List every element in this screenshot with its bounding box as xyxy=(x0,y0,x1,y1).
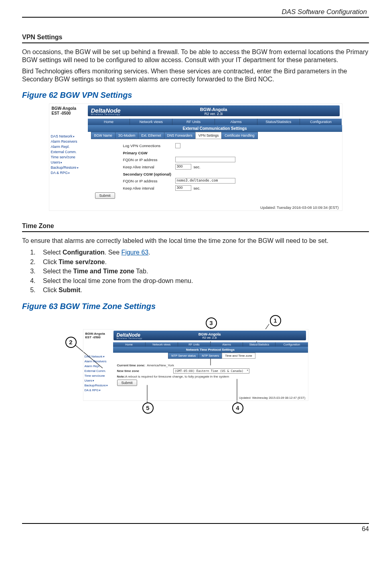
panel-title-ntp: Network Time Protocol Settings xyxy=(113,347,308,353)
step-5: Click Submit. xyxy=(37,286,369,295)
note-text: A reboot is required for timezone change… xyxy=(125,375,229,378)
nav-network-views[interactable]: Network views xyxy=(130,119,172,125)
select-new-timezone[interactable]: (GMT-05:00) Eastern Time (US & Canada) xyxy=(173,368,250,374)
heading-secondary-cgw: Secondary CGW (optional) xyxy=(123,172,342,176)
callout-2: 2 xyxy=(65,337,77,348)
sidebar-item-external-comm[interactable]: External Comm. xyxy=(51,150,89,154)
nav-configuration[interactable]: Configuration xyxy=(300,119,342,125)
sidebar-item-alarm-repl[interactable]: Alarm Repl. xyxy=(85,364,114,368)
section-heading-vpn: VPN Settings xyxy=(22,34,369,41)
unit-sec: sec. xyxy=(194,165,201,169)
step-4: Select the local time zone from the drop… xyxy=(37,277,369,285)
banner-version: R2 ver. 2.3i xyxy=(199,336,221,339)
steps-list: Select Configuration. See Figure 63. Cli… xyxy=(22,248,369,295)
step-3: Select the Time and Time zone Tab. xyxy=(37,267,369,276)
label-fqdn-primary: FQDN or IP address xyxy=(123,158,175,162)
tab-ntp-server-status[interactable]: NTP Server status xyxy=(168,353,199,359)
submit-button[interactable]: Submit xyxy=(117,380,137,386)
nav-home[interactable]: Home xyxy=(113,342,146,347)
tab-ntp-servers[interactable]: NTP Servers xyxy=(199,353,222,359)
label-note: Note: xyxy=(117,375,125,378)
banner-title: BGW-Angola xyxy=(199,332,221,336)
bgw-name-label: BGW-Angola xyxy=(85,332,105,335)
checkbox-log-vpn[interactable] xyxy=(175,143,180,148)
nav-status-statistics[interactable]: Status/Statistics xyxy=(257,119,300,125)
page-number: 64 xyxy=(362,525,369,533)
step-1: Select Configuration. See Figure 63. xyxy=(37,248,369,257)
figure-title-62: Figure 62 BGW VPN Settings xyxy=(22,91,369,100)
input-fqdn-primary[interactable] xyxy=(175,157,235,162)
section-underline xyxy=(22,42,369,43)
tab-vpn-settings[interactable]: VPN Settings xyxy=(195,132,222,139)
sidebar-item-das-network[interactable]: DAS Network xyxy=(85,355,114,358)
label-keepalive-secondary: Keep Alive interval xyxy=(123,186,175,190)
nav-configuration[interactable]: Configuration xyxy=(276,342,308,347)
sidebar-item-users[interactable]: Users xyxy=(85,379,114,382)
value-current-timezone: America/New_York xyxy=(147,364,174,367)
bgw-tz-label: EST -0500 xyxy=(52,111,71,115)
callout-4: 4 xyxy=(232,402,243,414)
sidebar-item-das-network[interactable]: DAS Network xyxy=(51,134,89,138)
callout-5: 5 xyxy=(142,402,154,414)
sidebar-item-external-comm[interactable]: External Comm. xyxy=(85,369,114,373)
updated-timestamp: Updated: Wednesday 2015-03-09 08:12:47 (… xyxy=(113,395,308,400)
tab-dns-forwarders[interactable]: DNS Forwarders xyxy=(164,132,196,139)
footer-rule xyxy=(22,523,369,524)
label-new-timezone: New time zone xyxy=(117,369,173,373)
unit-sec: sec. xyxy=(194,186,201,190)
page-header-title: DAS Software Configuration xyxy=(22,8,369,16)
body-paragraph: Bird Technologies offers monitoring serv… xyxy=(22,67,369,83)
nav-home[interactable]: Home xyxy=(88,119,130,125)
sidebar-item-backup-restore[interactable]: Backup/Restore xyxy=(85,384,114,387)
sidebar-item-alarm-receivers[interactable]: Alarm Receivers xyxy=(85,360,114,363)
sidebar-item-backup-restore[interactable]: Backup/Restore xyxy=(51,166,89,170)
link-figure-63[interactable]: Figure 63 xyxy=(122,249,149,256)
nav-alarms[interactable]: Alarms xyxy=(211,342,243,347)
tab-3g-modem[interactable]: 3G-Modem xyxy=(115,132,139,139)
section-underline xyxy=(22,231,369,232)
submit-button[interactable]: Submit xyxy=(95,192,115,199)
tab-ext-ethernet[interactable]: Ext. Ethernet xyxy=(138,132,164,139)
label-keepalive-primary: Keep Alive interval xyxy=(123,165,175,169)
updated-timestamp: Updated: Tuesday 2016-03-08 10:09:34 (ES… xyxy=(88,204,342,210)
tab-bgw-name[interactable]: BGW Name xyxy=(91,132,115,139)
sidebar-item-time-serv-zone[interactable]: Time serv/zone xyxy=(85,374,114,378)
callout-1: 1 xyxy=(270,315,281,326)
input-keepalive-secondary[interactable]: 300 xyxy=(175,185,191,191)
input-keepalive-primary[interactable]: 300 xyxy=(175,164,191,170)
screenshot-time-zone-settings: BGW-Angola EST -0500 DeltaNode Wireless … xyxy=(83,329,308,400)
body-paragraph: On occasions, the BGW will be set up beh… xyxy=(22,48,369,64)
step-2: Click Time serv/zone. xyxy=(37,258,369,267)
label-current-timezone: Current time zone: xyxy=(117,364,146,367)
sidebar-item-alarm-receivers[interactable]: Alarm Receivers xyxy=(51,139,89,143)
header-rule xyxy=(22,17,369,18)
figure-title-63: Figure 63 BGW Time Zone Settings xyxy=(22,302,369,311)
tab-time-and-timezone[interactable]: Time and Time zone xyxy=(222,353,255,359)
body-paragraph: To ensure that alarms are correctly labe… xyxy=(22,237,369,245)
tab-certificate-handling[interactable]: Certificate Handling xyxy=(221,132,257,139)
nav-rf-units[interactable]: RF Units xyxy=(172,119,215,125)
bgw-name-label: BGW-Angola xyxy=(52,106,76,111)
sidebar-item-time-serv-zone[interactable]: Time serv/zone xyxy=(51,155,89,159)
nav-network-views[interactable]: Network views xyxy=(146,342,178,347)
input-fqdn-secondary[interactable]: nemo3.deltanode.com xyxy=(175,178,235,184)
nav-rf-units[interactable]: RF Units xyxy=(178,342,211,347)
screenshot-vpn-settings: BGW-Angola EST -0500 DeltaNode Wireless … xyxy=(49,104,342,210)
banner-title: BGW-Angola xyxy=(200,107,227,112)
nav-alarms[interactable]: Alarms xyxy=(215,119,257,125)
panel-title-external-comm: External Communication Settings xyxy=(88,125,342,132)
sidebar-item-users[interactable]: Users xyxy=(51,160,89,164)
label-log-vpn: Log VPN Connections xyxy=(123,143,175,148)
heading-primary-cgw: Primary CGW xyxy=(123,151,342,155)
sidebar-item-da-rpg[interactable]: DA & RPG xyxy=(85,388,114,392)
banner-version: R2 ver. 2.3i xyxy=(200,112,227,116)
callout-3: 3 xyxy=(206,317,217,329)
bgw-tz-label: EST -0500 xyxy=(85,335,101,339)
sidebar-item-da-rpg[interactable]: DA & RPG xyxy=(51,171,89,175)
nav-status-statistics[interactable]: Status/Statistics xyxy=(243,342,276,347)
label-fqdn-secondary: FQDN or IP address xyxy=(123,179,175,183)
sidebar-item-alarm-repl[interactable]: Alarm Repl. xyxy=(51,145,89,149)
section-heading-timezone: Time Zone xyxy=(22,222,369,230)
